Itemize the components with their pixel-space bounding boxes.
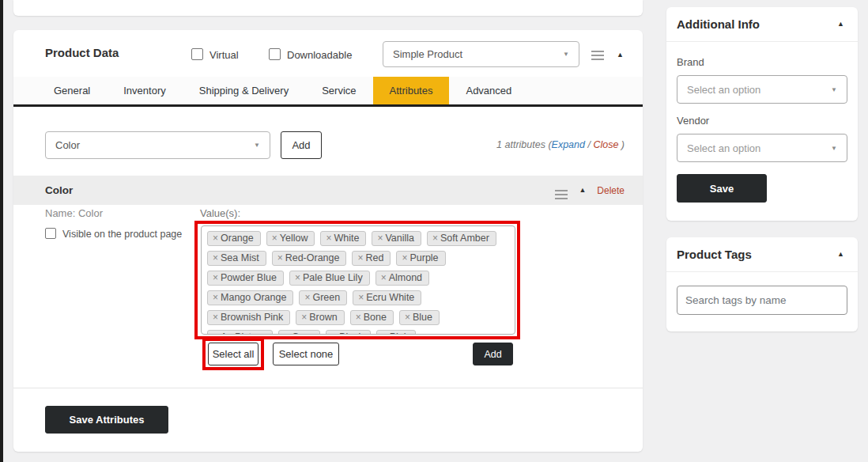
tag-powder-blue[interactable]: ×Powder Blue (207, 271, 284, 286)
remove-icon[interactable]: × (356, 312, 361, 322)
remove-icon[interactable]: × (326, 233, 331, 243)
product-data-panel: Product Data Virtual Downloadable Simple… (13, 30, 643, 452)
attribute-select[interactable]: Color ▼ (45, 131, 270, 159)
add-attribute-button[interactable]: Add (281, 131, 322, 159)
vendor-select[interactable]: Select an option ▼ (677, 134, 847, 162)
select-all-button[interactable]: Select all (208, 343, 259, 365)
attribute-title: Color (45, 184, 73, 196)
select-none-button[interactable]: Select none (273, 343, 339, 365)
attribute-values-multiselect[interactable]: ×Orange ×Yellow ×White ×Vanilla ×Soft Am… (201, 225, 515, 335)
tag-soft-amber[interactable]: ×Soft Amber (427, 231, 496, 246)
remove-icon[interactable]: × (213, 312, 218, 322)
sidebar-save-button[interactable]: Save (677, 174, 767, 203)
remove-icon[interactable]: × (382, 332, 387, 335)
tag-yellow[interactable]: ×Yellow (266, 231, 315, 246)
product-tags-title: Product Tags (677, 248, 752, 261)
panel-drag-handle-icon[interactable] (591, 51, 604, 52)
tag-orange[interactable]: ×Orange (207, 231, 261, 246)
summary-closing: ) (618, 139, 625, 150)
vendor-label: Vendor (677, 115, 847, 127)
expand-link[interactable]: Expand (552, 139, 585, 150)
values-label: Value(s): (200, 207, 240, 219)
remove-icon[interactable]: × (301, 312, 307, 322)
dropdown-arrow-icon: ▼ (254, 142, 260, 149)
additional-info-collapse-icon[interactable]: ▲ (837, 21, 844, 28)
tag-mango-orange[interactable]: ×Mango Orange (207, 290, 293, 305)
tags-search-input[interactable] (677, 286, 847, 315)
tag-black[interactable]: ×Black (326, 330, 371, 335)
panel-collapse-icon[interactable]: ▲ (617, 51, 624, 59)
tag-white[interactable]: ×White (320, 231, 366, 246)
add-values-button[interactable]: Add (473, 343, 513, 365)
remove-icon[interactable]: × (331, 332, 337, 335)
visible-checkbox[interactable] (45, 228, 56, 239)
remove-icon[interactable]: × (402, 253, 407, 263)
additional-info-header: Additional Info ▲ (666, 7, 858, 42)
dropdown-arrow-icon: ▼ (831, 86, 837, 93)
tag-brown[interactable]: ×Brown (296, 310, 344, 325)
attribute-name-label: Name: Color (45, 207, 103, 219)
tab-inventory[interactable]: Inventory (107, 77, 182, 104)
tag-blue[interactable]: ×Blue (399, 310, 440, 325)
product-tags-collapse-icon[interactable]: ▲ (837, 251, 844, 258)
brand-select[interactable]: Select an option ▼ (677, 75, 847, 104)
tag-pale-blue-lily[interactable]: ×Pale Blue Lily (289, 271, 370, 286)
tag-green[interactable]: ×Green (299, 290, 347, 305)
remove-icon[interactable]: × (213, 233, 218, 243)
remove-icon[interactable]: × (405, 312, 410, 322)
section-divider (13, 388, 643, 388)
virtual-checkbox[interactable] (191, 48, 203, 60)
tag-sea-mist[interactable]: ×Sea Mist (207, 251, 266, 266)
tag-grey[interactable]: ×Grey (278, 330, 320, 335)
remove-icon[interactable]: × (357, 253, 363, 263)
remove-icon[interactable]: × (213, 332, 218, 335)
tag-purple[interactable]: ×Purple (396, 251, 445, 266)
panel-title: Product Data (45, 46, 119, 59)
remove-icon[interactable]: × (304, 293, 310, 302)
tag-vanilla[interactable]: ×Vanilla (372, 231, 421, 246)
remove-icon[interactable]: × (381, 273, 387, 282)
virtual-label: Virtual (209, 49, 239, 61)
remove-icon[interactable]: × (272, 233, 277, 243)
attribute-collapse-icon[interactable]: ▲ (579, 187, 586, 194)
delete-attribute-link[interactable]: Delete (597, 185, 625, 196)
tab-general[interactable]: General (37, 77, 107, 104)
tag-red[interactable]: ×Red (352, 251, 391, 266)
product-type-select[interactable]: Simple Product ▼ (383, 41, 579, 67)
tab-advanced[interactable]: Advanced (449, 77, 528, 104)
tag-pink[interactable]: ×Pink (376, 330, 416, 335)
remove-icon[interactable]: × (295, 273, 300, 282)
dropdown-arrow-icon: ▼ (563, 51, 569, 58)
visible-label: Visible on the product page (62, 229, 182, 240)
page: Product Data Virtual Downloadable Simple… (0, 0, 868, 462)
remove-icon[interactable]: × (213, 293, 218, 302)
tag-brownish-pink[interactable]: ×Brownish Pink (207, 310, 290, 325)
attribute-drag-handle-icon[interactable] (555, 190, 568, 191)
attributes-summary: 1 attributes (Expand / Close ) (496, 139, 625, 150)
close-link[interactable]: Close (593, 139, 618, 150)
summary-divider: / (585, 139, 593, 150)
product-tags-header: Product Tags ▲ (666, 237, 858, 272)
attributes-count: 1 attributes ( (496, 139, 551, 150)
remove-icon[interactable]: × (432, 233, 438, 243)
tab-service[interactable]: Service (305, 77, 372, 104)
tag-red-orange[interactable]: ×Red-Orange (272, 251, 347, 266)
downloadable-label: Downloadable (287, 49, 352, 61)
tag-almond[interactable]: ×Almond (376, 271, 429, 286)
remove-icon[interactable]: × (284, 332, 289, 335)
save-attributes-button[interactable]: Save Attributes (45, 406, 168, 434)
tag-bone[interactable]: ×Bone (350, 310, 394, 325)
remove-icon[interactable]: × (277, 253, 283, 263)
tag-as-picture[interactable]: ×As Picture (207, 330, 273, 335)
remove-icon[interactable]: × (358, 293, 364, 302)
remove-icon[interactable]: × (213, 273, 218, 282)
attribute-section-header: Color ▲ Delete (13, 176, 643, 205)
additional-info-panel: Additional Info ▲ Brand Select an option… (666, 7, 858, 221)
tab-attributes[interactable]: Attributes (373, 77, 450, 104)
downloadable-checkbox[interactable] (269, 48, 281, 60)
product-data-tabs: General Inventory Shipping & Delivery Se… (13, 77, 643, 107)
remove-icon[interactable]: × (213, 253, 218, 263)
tab-shipping-delivery[interactable]: Shipping & Delivery (183, 77, 305, 104)
remove-icon[interactable]: × (377, 233, 383, 243)
tag-ecru-white[interactable]: ×Ecru White (353, 290, 421, 305)
